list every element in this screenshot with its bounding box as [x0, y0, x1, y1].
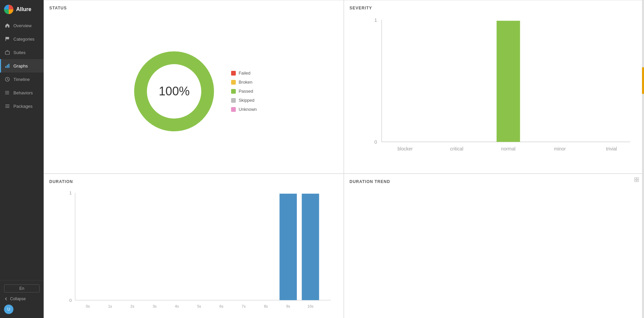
- svg-text:blocker: blocker: [397, 146, 413, 151]
- legend-label-skipped: Skipped: [238, 98, 254, 103]
- svg-text:3s: 3s: [153, 304, 157, 308]
- duration-trend-chart-empty: [350, 188, 638, 318]
- svg-text:0: 0: [69, 298, 72, 303]
- svg-text:9s: 9s: [286, 304, 290, 308]
- legend-item-unknown: Unknown: [231, 107, 257, 112]
- sidebar-nav: Overview Categories Suites: [0, 19, 44, 280]
- svg-text:2s: 2s: [130, 304, 135, 308]
- collapse-label: Collapse: [10, 297, 26, 301]
- sidebar-item-suites[interactable]: Suites: [0, 46, 44, 59]
- collapse-button[interactable]: Collapse: [4, 295, 40, 303]
- duration-trend-panel: DURATION TREND: [344, 174, 644, 318]
- status-chart-area: 100% Failed Broken Passed Skipped: [49, 14, 338, 168]
- sidebar-item-packages[interactable]: Packages: [0, 99, 44, 113]
- sidebar-logo: Allure: [0, 0, 44, 19]
- clock-icon: [5, 77, 10, 82]
- svg-rect-0: [6, 37, 9, 39]
- duration-panel: DURATION 1 0: [44, 174, 344, 318]
- svg-rect-47: [302, 194, 319, 300]
- sidebar-item-behaviors[interactable]: Behaviors: [0, 86, 44, 99]
- sidebar-item-categories[interactable]: Categories: [0, 32, 44, 46]
- severity-panel: SEVERITY 1 0: [344, 0, 644, 174]
- legend-label-passed: Passed: [238, 89, 253, 94]
- status-legend: Failed Broken Passed Skipped Unknown: [231, 71, 257, 112]
- legend-item-broken: Broken: [231, 80, 257, 85]
- list-icon: [5, 90, 10, 95]
- svg-rect-61: [635, 180, 636, 182]
- scroll-thumb[interactable]: [642, 67, 644, 94]
- main-content: STATUS 100% Failed Broken Pas: [44, 0, 644, 318]
- nav-label-overview: Overview: [13, 23, 32, 28]
- svg-point-12: [5, 91, 6, 92]
- svg-rect-62: [637, 180, 639, 182]
- legend-label-failed: Failed: [238, 71, 250, 76]
- bar-chart-icon: [5, 63, 10, 69]
- sidebar-item-graphs[interactable]: Graphs: [0, 59, 44, 73]
- duration-panel-title: DURATION: [49, 179, 338, 184]
- svg-text:6s: 6s: [219, 304, 223, 308]
- svg-text:10s: 10s: [308, 304, 314, 308]
- sidebar-item-timeline[interactable]: Timeline: [0, 73, 44, 86]
- duration-trend-title: DURATION TREND: [350, 179, 638, 184]
- svg-rect-5: [8, 64, 9, 68]
- severity-panel-title: SEVERITY: [350, 6, 638, 10]
- allure-logo-icon: [4, 5, 13, 14]
- legend-item-passed: Passed: [231, 89, 257, 94]
- svg-text:1s: 1s: [108, 304, 112, 308]
- svg-text:critical: critical: [450, 146, 464, 151]
- legend-item-skipped: Skipped: [231, 98, 257, 103]
- svg-text:trivial: trivial: [606, 146, 617, 151]
- nav-label-packages: Packages: [13, 104, 33, 109]
- duration-svg: 1 0 0s 1s 2s 3s: [63, 188, 335, 317]
- user-avatar: U: [4, 305, 13, 314]
- legend-label-unknown: Unknown: [238, 107, 257, 112]
- legend-color-unknown: [231, 107, 236, 112]
- legend-color-failed: [231, 71, 236, 76]
- sidebar: Allure Overview Categories: [0, 0, 44, 318]
- donut-chart: 100%: [130, 48, 218, 135]
- sidebar-item-overview[interactable]: Overview: [0, 19, 44, 32]
- legend-label-broken: Broken: [238, 80, 252, 85]
- language-button[interactable]: En: [4, 284, 40, 292]
- flag-icon: [5, 36, 10, 42]
- duration-chart-area: 1 0 0s 1s 2s 3s: [49, 188, 338, 318]
- status-panel: STATUS 100% Failed Broken Pas: [44, 0, 344, 174]
- svg-text:5s: 5s: [197, 304, 201, 308]
- legend-color-passed: [231, 89, 236, 94]
- svg-text:normal: normal: [501, 146, 516, 151]
- chevron-left-icon: [4, 297, 8, 301]
- legend-item-failed: Failed: [231, 71, 257, 76]
- app-title: Allure: [16, 6, 31, 12]
- svg-text:1: 1: [374, 17, 377, 23]
- svg-text:0: 0: [374, 139, 377, 145]
- scroll-indicator: [642, 0, 644, 318]
- svg-line-8: [7, 79, 8, 80]
- nav-label-timeline: Timeline: [13, 77, 30, 82]
- home-icon: [5, 23, 10, 28]
- briefcase-icon: [5, 50, 10, 55]
- nav-label-behaviors: Behaviors: [13, 90, 33, 95]
- severity-chart-area: 1 0 blocker critical normal minor trivia…: [350, 14, 638, 168]
- svg-text:minor: minor: [554, 146, 566, 151]
- svg-text:4s: 4s: [175, 304, 179, 308]
- svg-rect-4: [7, 65, 8, 68]
- svg-rect-46: [279, 194, 297, 300]
- donut-percent: 100%: [159, 84, 190, 98]
- packages-icon: [5, 103, 10, 109]
- nav-label-suites: Suites: [13, 50, 25, 55]
- status-panel-title: STATUS: [49, 6, 338, 10]
- legend-color-broken: [231, 80, 236, 85]
- svg-point-14: [5, 94, 6, 94]
- svg-text:8s: 8s: [264, 304, 268, 308]
- svg-text:1: 1: [69, 191, 72, 196]
- grid-toggle-icon[interactable]: [634, 177, 640, 184]
- svg-text:7s: 7s: [242, 304, 246, 308]
- nav-label-categories: Categories: [13, 37, 35, 42]
- svg-point-13: [5, 92, 6, 93]
- svg-rect-3: [5, 66, 6, 68]
- severity-svg: 1 0 blocker critical normal minor trivia…: [363, 14, 635, 161]
- nav-label-graphs: Graphs: [13, 63, 28, 69]
- svg-rect-25: [497, 21, 520, 142]
- svg-rect-59: [635, 178, 636, 179]
- svg-rect-60: [637, 178, 639, 179]
